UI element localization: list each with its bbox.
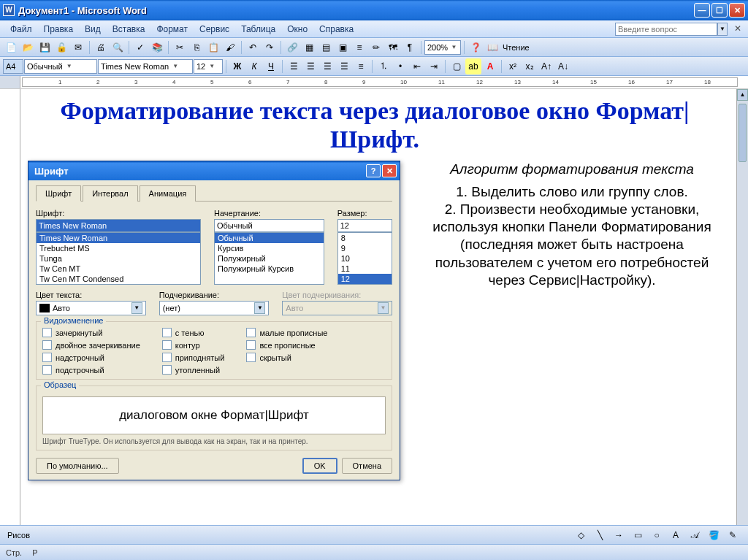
font-color-combo[interactable]: Авто▼ — [36, 301, 146, 315]
font-input[interactable] — [36, 219, 201, 232]
close-button[interactable]: ✕ — [729, 3, 745, 18]
vertical-ruler[interactable] — [0, 89, 20, 555]
fill-color-icon[interactable]: 🪣 — [706, 527, 722, 543]
highlight-icon[interactable]: ab — [465, 58, 481, 74]
list-item[interactable]: 10 — [338, 253, 392, 264]
paste-icon[interactable]: 📋 — [205, 39, 221, 55]
menu-insert[interactable]: Вставка — [107, 23, 151, 36]
help-icon[interactable]: ❓ — [468, 39, 484, 55]
list-item[interactable]: Times New Roman — [37, 233, 200, 243]
cut-icon[interactable]: ✂ — [172, 39, 188, 55]
align-justify-icon[interactable]: ☰ — [336, 58, 352, 74]
insert-table-icon[interactable]: ▤ — [318, 39, 334, 55]
hyperlink-icon[interactable]: 🔗 — [284, 39, 300, 55]
copy-icon[interactable]: ⎘ — [188, 39, 205, 55]
document-page[interactable]: Форматирование текста через диалоговое о… — [20, 89, 736, 555]
save-icon[interactable]: 💾 — [37, 39, 53, 55]
drawing-icon[interactable]: ✏ — [368, 39, 384, 55]
list-item[interactable]: 8 — [338, 233, 392, 243]
checkbox-outline[interactable]: контур — [162, 340, 225, 350]
menu-view[interactable]: Вид — [79, 23, 107, 36]
size-input[interactable] — [337, 219, 392, 232]
maximize-button[interactable]: ☐ — [711, 3, 728, 18]
list-item[interactable]: Обычный — [215, 233, 324, 243]
mail-icon[interactable]: ✉ — [70, 39, 86, 55]
scroll-thumb[interactable] — [739, 104, 747, 162]
line-spacing-icon[interactable]: ≡ — [353, 58, 369, 74]
list-item[interactable]: Полужирный Курсив — [215, 264, 324, 274]
reading-layout-icon[interactable]: 📖 — [484, 39, 500, 55]
list-item[interactable]: Tw Cen MT — [37, 264, 200, 274]
list-item[interactable]: Tw Cen MT Condensed — [37, 274, 200, 284]
help-question-dropdown[interactable]: ▼ — [717, 23, 728, 36]
zoom-combo[interactable]: 200%▼ — [424, 40, 461, 55]
menu-edit[interactable]: Правка — [38, 23, 80, 36]
vertical-scrollbar[interactable]: ▲ ▼ — [736, 89, 748, 555]
checkbox-hidden[interactable]: скрытый — [246, 353, 327, 362]
reading-label[interactable]: Чтение — [503, 43, 530, 52]
menu-tools[interactable]: Сервис — [194, 23, 235, 36]
autoshapes-icon[interactable]: ◇ — [573, 527, 589, 543]
align-right-icon[interactable]: ☰ — [319, 58, 335, 74]
align-center-icon[interactable]: ☰ — [302, 58, 318, 74]
columns-icon[interactable]: ≡ — [351, 39, 367, 55]
tables-borders-icon[interactable]: ▦ — [301, 39, 317, 55]
menu-help[interactable]: Справка — [313, 23, 359, 36]
show-hide-icon[interactable]: ¶ — [402, 39, 418, 55]
size-list[interactable]: 8 9 10 11 12 — [337, 232, 392, 285]
undo-icon[interactable]: ↶ — [245, 39, 261, 55]
font-list[interactable]: Times New Roman Trebuchet MS Tunga Tw Ce… — [36, 232, 201, 285]
excel-icon[interactable]: ▣ — [335, 39, 351, 55]
spellcheck-icon[interactable]: ✓ — [132, 39, 148, 55]
checkbox-emboss[interactable]: приподнятый — [162, 353, 225, 362]
open-icon[interactable]: 📂 — [20, 39, 36, 55]
font-size-combo[interactable]: 12▼ — [194, 59, 223, 74]
dialog-close-button[interactable]: ✕ — [382, 164, 397, 177]
checkbox-engrave[interactable]: утопленный — [162, 365, 225, 375]
grow-font-icon[interactable]: A↑ — [538, 58, 554, 74]
bold-icon[interactable]: Ж — [229, 58, 245, 74]
print-icon[interactable]: 🖨 — [93, 39, 109, 55]
italic-icon[interactable]: К — [246, 58, 262, 74]
list-item[interactable]: 9 — [338, 243, 392, 253]
menu-window[interactable]: Окно — [281, 23, 313, 36]
checkbox-superscript[interactable]: надстрочный — [42, 353, 140, 362]
tab-animation[interactable]: Анимация — [140, 185, 196, 202]
permission-icon[interactable]: 🔓 — [53, 39, 69, 55]
tab-font[interactable]: Шрифт — [36, 185, 81, 202]
oval-icon[interactable]: ○ — [649, 527, 665, 543]
decrease-indent-icon[interactable]: ⇤ — [409, 58, 425, 74]
arrow-icon[interactable]: → — [611, 527, 627, 543]
list-item[interactable]: Trebuchet MS — [37, 243, 200, 253]
new-doc-icon[interactable]: 📄 — [3, 39, 19, 55]
line-color-icon[interactable]: ✎ — [725, 527, 741, 543]
docmap-icon[interactable]: 🗺 — [385, 39, 401, 55]
font-color-icon[interactable]: A — [482, 58, 498, 74]
format-painter-icon[interactable]: 🖌 — [222, 39, 238, 55]
print-preview-icon[interactable]: 🔍 — [110, 39, 126, 55]
checkbox-strikethrough[interactable]: зачеркнутый — [42, 328, 140, 337]
underline-icon[interactable]: Ч — [263, 58, 279, 74]
list-item[interactable]: 12 — [338, 274, 392, 284]
scroll-up-icon[interactable]: ▲ — [737, 89, 748, 101]
line-icon[interactable]: ╲ — [592, 527, 608, 543]
checkbox-allcaps[interactable]: все прописные — [246, 340, 327, 350]
font-combo[interactable]: Times New Roman▼ — [98, 59, 193, 74]
numbering-icon[interactable]: ⒈ — [375, 58, 392, 74]
borders-icon[interactable]: ▢ — [449, 58, 465, 74]
list-item[interactable]: Полужирный — [215, 253, 324, 264]
bullets-icon[interactable]: • — [392, 58, 408, 74]
menu-file[interactable]: Файл — [4, 23, 38, 36]
menu-table[interactable]: Таблица — [235, 23, 281, 36]
drawing-label[interactable]: Рисов — [7, 531, 30, 540]
style-list[interactable]: Обычный Курсив Полужирный Полужирный Кур… — [214, 232, 324, 285]
menu-format[interactable]: Формат — [150, 23, 194, 36]
textbox-icon[interactable]: A — [668, 527, 684, 543]
cancel-button[interactable]: Отмена — [342, 458, 392, 474]
rectangle-icon[interactable]: ▭ — [630, 527, 646, 543]
checkbox-double-strike[interactable]: двойное зачеркивание — [42, 340, 140, 350]
help-question-input[interactable] — [615, 23, 717, 36]
research-icon[interactable]: 📚 — [149, 39, 165, 55]
doc-close-button[interactable]: ✕ — [732, 23, 744, 35]
subscript-icon[interactable]: x₂ — [522, 58, 538, 74]
